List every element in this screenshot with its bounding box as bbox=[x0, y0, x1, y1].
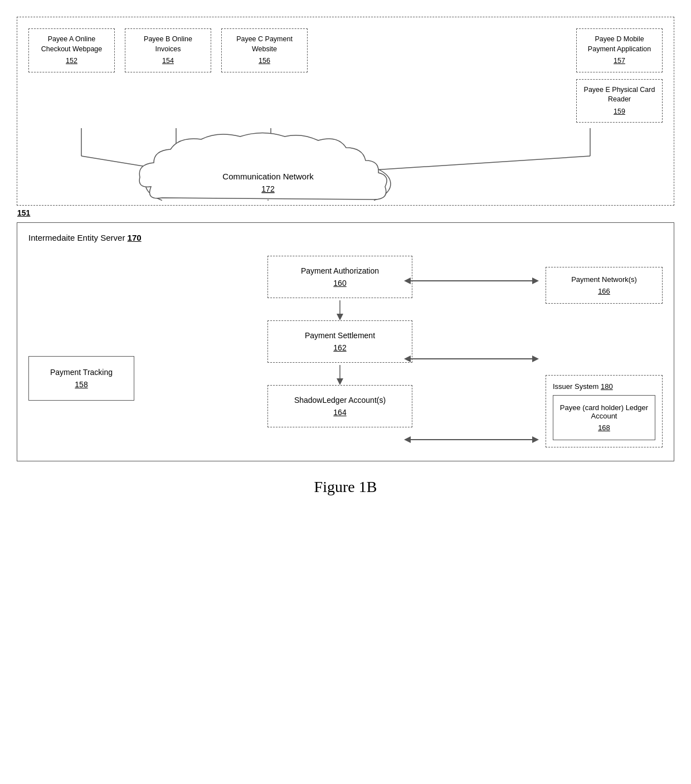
figure-caption: Figure 1B bbox=[17, 478, 674, 496]
payment-tracking-ref: 158 bbox=[38, 380, 125, 389]
issuer-system-outer: Issuer System 180 Payee (card holder) Le… bbox=[546, 375, 663, 447]
issuer-inner-box: Payee (card holder) Ledger Account 168 bbox=[553, 395, 655, 440]
payee-c-label: Payee C Payment Website bbox=[227, 35, 301, 54]
payment-network-box: Payment Network(s) 166 bbox=[546, 267, 663, 304]
payee-b-box: Payee B Online Invoices 154 bbox=[125, 28, 211, 72]
arrow-down-svg bbox=[334, 300, 346, 320]
svg-line-7 bbox=[374, 156, 590, 170]
payee-b-ref: 154 bbox=[131, 56, 205, 66]
payment-settlement-box: Payment Settlement 162 bbox=[267, 320, 412, 363]
payee-e-ref: 159 bbox=[582, 107, 656, 117]
issuer-inner-label: Payee (card holder) Ledger Account bbox=[559, 403, 649, 420]
payee-e-label: Payee E Physical Card Reader bbox=[582, 85, 656, 105]
payment-tracking-box: Payment Tracking 158 bbox=[28, 356, 134, 401]
payment-authorization-ref: 160 bbox=[279, 279, 401, 288]
arrow-settlement-to-ledger bbox=[334, 363, 346, 385]
payment-authorization-label: Payment Authorization bbox=[279, 266, 401, 275]
center-column: Payment Authorization 160 Payment Settle… bbox=[145, 256, 534, 447]
payee-c-ref: 156 bbox=[227, 56, 301, 66]
payment-authorization-box: Payment Authorization 160 bbox=[267, 256, 412, 298]
issuer-inner-ref: 168 bbox=[559, 423, 649, 432]
arrow-down-svg-2 bbox=[334, 365, 346, 385]
label-151: 151 bbox=[17, 208, 30, 217]
right-column: Payment Network(s) 166 Issuer System 180… bbox=[534, 256, 663, 447]
issuer-title: Issuer System 180 bbox=[553, 382, 655, 391]
payee-d-label: Payee D Mobile Payment Application bbox=[582, 35, 656, 54]
shadow-ledger-box: ShadowLedger Account(s) 164 bbox=[267, 385, 412, 427]
left-column: Payment Tracking 158 bbox=[28, 256, 145, 447]
payment-tracking-label: Payment Tracking bbox=[38, 368, 125, 377]
payee-d-ref: 157 bbox=[582, 56, 656, 66]
payee-a-label: Payee A Online Checkout Webpage bbox=[35, 35, 109, 54]
svg-marker-21 bbox=[337, 378, 343, 385]
payee-a-ref: 152 bbox=[35, 56, 109, 66]
payment-network-label: Payment Network(s) bbox=[553, 275, 655, 284]
payment-settlement-ref: 162 bbox=[279, 343, 401, 352]
svg-text:172: 172 bbox=[261, 184, 275, 193]
payee-c-box: Payee C Payment Website 156 bbox=[221, 28, 308, 72]
shadow-ledger-ref: 164 bbox=[279, 408, 401, 417]
payee-e-box: Payee E Physical Card Reader 159 bbox=[576, 79, 663, 123]
payment-settlement-label: Payment Settlement bbox=[279, 331, 401, 340]
payment-network-ref: 166 bbox=[553, 287, 655, 295]
server-box: Intermedaite Entity Server 170 Payment T… bbox=[17, 222, 674, 461]
payee-b-label: Payee B Online Invoices bbox=[131, 35, 205, 54]
payee-d-box: Payee D Mobile Payment Application 157 bbox=[576, 28, 663, 72]
server-title: Intermedaite Entity Server 170 bbox=[28, 233, 663, 242]
connection-lines: Communication Network 172 bbox=[28, 128, 663, 201]
arrow-auth-to-settlement bbox=[334, 298, 346, 320]
shadow-ledger-label: ShadowLedger Account(s) bbox=[279, 396, 401, 405]
svg-text:Communication Network: Communication Network bbox=[222, 172, 314, 181]
payee-a-box: Payee A Online Checkout Webpage 152 bbox=[28, 28, 115, 72]
svg-marker-19 bbox=[337, 314, 343, 320]
